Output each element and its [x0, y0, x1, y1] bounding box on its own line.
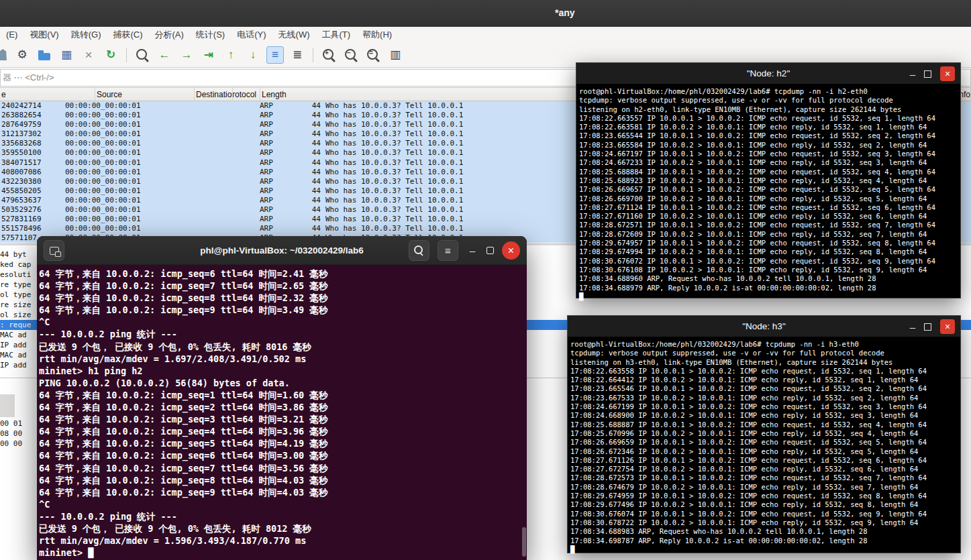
- terminal-line: 64 字节，来自 10.0.0.2: icmp_seq=8 ttl=64 时间=…: [39, 292, 521, 304]
- packet-time-cell: 503529276: [0, 205, 64, 215]
- tcpdump-line: tcpdump: verbose output suppressed, use …: [579, 96, 960, 105]
- go-first-packet-icon[interactable]: ↑: [222, 46, 240, 64]
- start-capture-icon[interactable]: [0, 46, 9, 64]
- menu-item[interactable]: 帮助(H): [356, 27, 398, 42]
- search-button[interactable]: [409, 240, 429, 261]
- toolbar-icon-glyph: ↑: [228, 49, 234, 60]
- terminal-titlebar[interactable]: phl@phl-VirtualBox: ~/032002429/lab6 ≡ –…: [37, 236, 527, 265]
- node-h2-maximize-button[interactable]: [924, 70, 931, 78]
- close-capture-icon[interactable]: ×: [80, 46, 97, 64]
- tcpdump-line: root@phl-VirtualBox:/home/phl/032002429/…: [570, 340, 960, 349]
- packet-destination-cell: [159, 148, 258, 158]
- node-h3-titlebar[interactable]: "Node: h3" – ×: [568, 316, 960, 337]
- column-header[interactable]: e: [0, 88, 95, 101]
- packet-length-cell: 44: [297, 129, 324, 139]
- open-capture-icon[interactable]: [36, 46, 53, 64]
- go-forward-icon[interactable]: →: [178, 46, 195, 64]
- go-last-packet-icon[interactable]: ↓: [244, 46, 262, 64]
- node-h2-content[interactable]: root@phl-VirtualBox:/home/phl/032002429/…: [576, 85, 960, 301]
- packet-protocol-cell: ARP: [258, 139, 297, 148]
- new-tab-button[interactable]: [44, 240, 64, 261]
- node-h3-close-button[interactable]: ×: [940, 319, 955, 334]
- tcpdump-line: 17:08:27.672754 IP 10.0.0.2 > 10.0.0.1: …: [570, 465, 960, 473]
- terminal-line: rtt min/avg/max/mdev = 1.596/3.493/4.187…: [39, 535, 521, 547]
- terminal-close-button[interactable]: ×: [502, 241, 520, 260]
- terminal-minimize-button[interactable]: –: [466, 245, 478, 256]
- menu-item[interactable]: 捕获(C): [107, 27, 148, 42]
- wireshark-window-title: *any: [555, 7, 575, 18]
- packet-protocol-cell: ARP: [258, 177, 297, 186]
- wireshark-titlebar[interactable]: *any: [0, 0, 971, 27]
- tcpdump-line: 17:08:30.676072 IP 10.0.0.1 > 10.0.0.2: …: [579, 257, 960, 266]
- go-to-packet-icon[interactable]: ⇥: [200, 46, 217, 64]
- tcpdump-line: listening on h3-eth0, link-type EN10MB (…: [570, 358, 960, 367]
- zoom-in-icon[interactable]: +: [320, 46, 338, 64]
- tcpdump-line: 17:08:28.672573 IP 10.0.0.1 > 10.0.0.2: …: [570, 473, 960, 482]
- toolbar-icon-glyph: [136, 49, 144, 57]
- packet-protocol-cell: ARP: [258, 158, 297, 168]
- terminal-line: --- 10.0.0.2 ping 统计 ---: [39, 510, 521, 522]
- packet-time-cell: 359550100: [0, 148, 64, 158]
- terminal-line: 64 字节，来自 10.0.0.2: icmp_seq=4 ttl=64 时间=…: [39, 425, 521, 437]
- packet-length-cell: 44: [297, 177, 324, 186]
- packet-source-cell: 00:00:00_00:00:01: [64, 139, 159, 148]
- node-h2-window: "Node: h2" – × root@phl-VirtualBox:/home…: [576, 62, 961, 298]
- terminal-scrollbar-thumb[interactable]: [522, 527, 526, 557]
- packet-source-cell: 00:00:00_00:00:01: [64, 148, 159, 158]
- column-header[interactable]: Source: [95, 88, 195, 101]
- packet-protocol-cell: ARP: [258, 205, 297, 215]
- go-back-icon[interactable]: ←: [156, 46, 173, 64]
- tcpdump-line: root@phl-VirtualBox:/home/phl/032002429/…: [579, 87, 960, 96]
- zoom-out-icon[interactable]: −: [342, 46, 360, 64]
- terminal-window: phl@phl-VirtualBox: ~/032002429/lab6 ≡ –…: [37, 236, 527, 560]
- terminal-content[interactable]: 64 字节，来自 10.0.0.2: icmp_seq=6 ttl=64 时间=…: [37, 265, 521, 560]
- terminal-maximize-button[interactable]: [487, 247, 494, 254]
- toolbar-icon-glyph: =: [367, 49, 375, 57]
- menu-item[interactable]: 无线(W): [272, 27, 316, 42]
- menu-item[interactable]: 跳转(G): [65, 27, 107, 42]
- terminal-line: 64 字节，来自 10.0.0.2: icmp_seq=5 ttl=64 时间=…: [39, 437, 521, 449]
- zoom-reset-icon[interactable]: =: [364, 46, 382, 64]
- toolbar-icon-glyph: ≡: [272, 49, 278, 60]
- toolbar-separator[interactable]: [126, 48, 127, 62]
- column-header[interactable]: Destination: [195, 88, 233, 101]
- packet-destination-cell: [159, 205, 258, 215]
- packet-time-cell: 263882654: [0, 111, 64, 120]
- tcpdump-line: 17:08:25.688884 IP 10.0.0.1 > 10.0.0.2: …: [579, 168, 960, 176]
- tcpdump-line: 17:08:24.667199 IP 10.0.0.1 > 10.0.0.2: …: [570, 402, 960, 411]
- save-capture-icon[interactable]: ▦: [58, 46, 75, 64]
- terminal-scrollbar[interactable]: [521, 265, 527, 560]
- menu-item[interactable]: 视图(V): [23, 27, 64, 42]
- menu-item[interactable]: 统计(S): [190, 27, 231, 42]
- colorize-icon[interactable]: ≣: [289, 46, 306, 64]
- packet-destination-cell: [159, 215, 258, 224]
- tcpdump-line: █: [579, 292, 960, 301]
- tcpdump-line: 17:08:24.668900 IP 10.0.0.2 > 10.0.0.1: …: [570, 411, 960, 420]
- tcpdump-line: 17:08:28.674679 IP 10.0.0.2 > 10.0.0.1: …: [570, 483, 960, 492]
- node-h2-titlebar[interactable]: "Node: h2" – ×: [576, 63, 960, 85]
- tcpdump-line: 17:08:34.688979 ARP, Reply 10.0.0.2 is-a…: [579, 284, 960, 292]
- terminal-line: mininet> █: [39, 547, 521, 559]
- packet-source-cell: 00:00:00_00:00:01: [64, 224, 159, 233]
- toolbar-separator[interactable]: [313, 48, 313, 62]
- menu-item[interactable]: (E): [0, 27, 23, 42]
- menu-item[interactable]: 分析(A): [149, 27, 190, 42]
- node-h2-close-button[interactable]: ×: [940, 66, 955, 81]
- capture-options-icon[interactable]: ⚙: [13, 46, 31, 64]
- reload-icon[interactable]: ↻: [102, 46, 119, 64]
- autoscroll-icon[interactable]: ≡: [266, 46, 284, 64]
- node-h3-maximize-button[interactable]: [924, 323, 931, 331]
- menu-button[interactable]: ≡: [438, 240, 458, 261]
- menu-item[interactable]: 工具(T): [315, 27, 356, 42]
- find-packet-icon[interactable]: [134, 46, 151, 64]
- node-h3-content[interactable]: root@phl-VirtualBox:/home/phl/032002429/…: [568, 337, 960, 554]
- tcpdump-line: 17:08:23.665584 IP 10.0.0.2 > 10.0.0.1: …: [579, 141, 960, 150]
- node-h2-minimize-button[interactable]: –: [910, 68, 915, 80]
- packet-time-cell: 240242714: [0, 101, 64, 111]
- toolbar-icon-glyph: ↻: [106, 49, 115, 60]
- node-h3-minimize-button[interactable]: –: [910, 321, 915, 333]
- column-header[interactable]: Protocol: [233, 88, 260, 101]
- menu-item[interactable]: 电话(Y): [231, 27, 272, 42]
- resize-columns-icon[interactable]: ▥: [387, 46, 404, 64]
- packet-source-cell: 00:00:00_00:00:01: [64, 205, 159, 215]
